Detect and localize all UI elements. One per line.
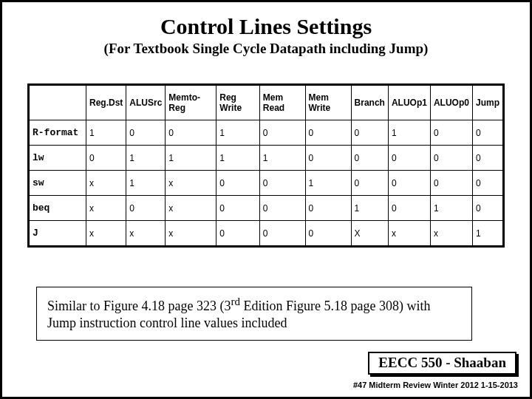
cell: 0 [351, 120, 388, 146]
table-header-row: Reg.Dst ALUSrc Memto-Reg Reg Write Mem R… [29, 85, 504, 120]
cell: 0 [126, 120, 166, 146]
row-name: J [29, 221, 86, 247]
row-name: beq [29, 196, 86, 221]
cell: 0 [216, 196, 260, 221]
page-title: Control Lines Settings [20, 14, 512, 39]
table-row: sw x 1 x 0 0 1 0 0 0 0 [29, 171, 504, 196]
cell: 0 [351, 171, 388, 196]
cell: 1 [126, 146, 166, 171]
col-header-jump: Jump [472, 85, 503, 120]
cell: x [430, 221, 472, 247]
cell: 0 [259, 196, 305, 221]
cell: x [86, 196, 126, 221]
cell: x [126, 221, 166, 247]
cell: 0 [86, 146, 126, 171]
cell: 0 [126, 196, 166, 221]
cell: 1 [216, 120, 260, 146]
cell: 1 [166, 146, 216, 171]
cell: X [351, 221, 388, 247]
cell: 0 [430, 171, 472, 196]
cell: 0 [305, 146, 351, 171]
cell: 0 [216, 221, 260, 247]
cell: 0 [430, 146, 472, 171]
cell: 0 [472, 146, 503, 171]
cell: 0 [216, 171, 260, 196]
cell: 1 [216, 146, 260, 171]
cell: 0 [259, 120, 305, 146]
cell: 0 [166, 120, 216, 146]
cell: 1 [472, 221, 503, 247]
col-header-regdst: Reg.Dst [86, 85, 126, 120]
col-header-memread: Mem Read [259, 85, 305, 120]
cell: 0 [351, 146, 388, 171]
col-header-instruction [29, 85, 86, 120]
col-header-memwrite: Mem Write [305, 85, 351, 120]
cell: 0 [388, 146, 430, 171]
cell: x [166, 196, 216, 221]
cell: 0 [305, 120, 351, 146]
table-row: J x x x 0 0 0 X x x 1 [29, 221, 504, 247]
cell: 0 [472, 120, 503, 146]
cell: 0 [259, 221, 305, 247]
row-name: lw [29, 146, 86, 171]
cell: 1 [388, 120, 430, 146]
row-name: sw [29, 171, 86, 196]
page-subtitle: (For Textbook Single Cycle Datapath incl… [20, 41, 512, 57]
cell: x [388, 221, 430, 247]
control-table-wrap: Reg.Dst ALUSrc Memto-Reg Reg Write Mem R… [27, 83, 505, 248]
note-sup: rd [231, 296, 240, 307]
control-lines-table: Reg.Dst ALUSrc Memto-Reg Reg Write Mem R… [27, 83, 505, 248]
cell: x [166, 221, 216, 247]
cell: x [86, 171, 126, 196]
slide-meta-footer: #47 Midterm Review Winter 2012 1-15-2013 [353, 381, 518, 389]
col-header-aluop1: ALUOp1 [388, 85, 430, 120]
cell: 1 [351, 196, 388, 221]
row-name: R-format [29, 120, 86, 146]
figure-note: Similar to Figure 4.18 page 323 (3rd Edi… [36, 287, 472, 341]
cell: 0 [388, 171, 430, 196]
table-row: lw 0 1 1 1 1 0 0 0 0 0 [29, 146, 504, 171]
cell: x [86, 221, 126, 247]
cell: 0 [305, 221, 351, 247]
col-header-alusrc: ALUSrc [126, 85, 166, 120]
cell: 0 [259, 171, 305, 196]
cell: 0 [305, 196, 351, 221]
table-row: R-format 1 0 0 1 0 0 0 1 0 0 [29, 120, 504, 146]
col-header-regwrite: Reg Write [216, 85, 260, 120]
cell: 1 [126, 171, 166, 196]
cell: 0 [430, 120, 472, 146]
cell: 0 [472, 196, 503, 221]
col-header-memtoreg: Memto-Reg [166, 85, 216, 120]
cell: 0 [472, 171, 503, 196]
cell: 0 [388, 196, 430, 221]
col-header-branch: Branch [351, 85, 388, 120]
course-footer: EECC 550 - Shaaban [368, 352, 516, 375]
cell: 1 [86, 120, 126, 146]
cell: x [166, 171, 216, 196]
note-text-pre: Similar to Figure 4.18 page 323 (3 [47, 299, 231, 313]
col-header-aluop0: ALUOp0 [430, 85, 472, 120]
cell: 1 [305, 171, 351, 196]
cell: 1 [430, 196, 472, 221]
cell: 1 [259, 146, 305, 171]
table-row: beq x 0 x 0 0 0 1 0 1 0 [29, 196, 504, 221]
slide-frame: Control Lines Settings (For Textbook Sin… [0, 0, 532, 399]
